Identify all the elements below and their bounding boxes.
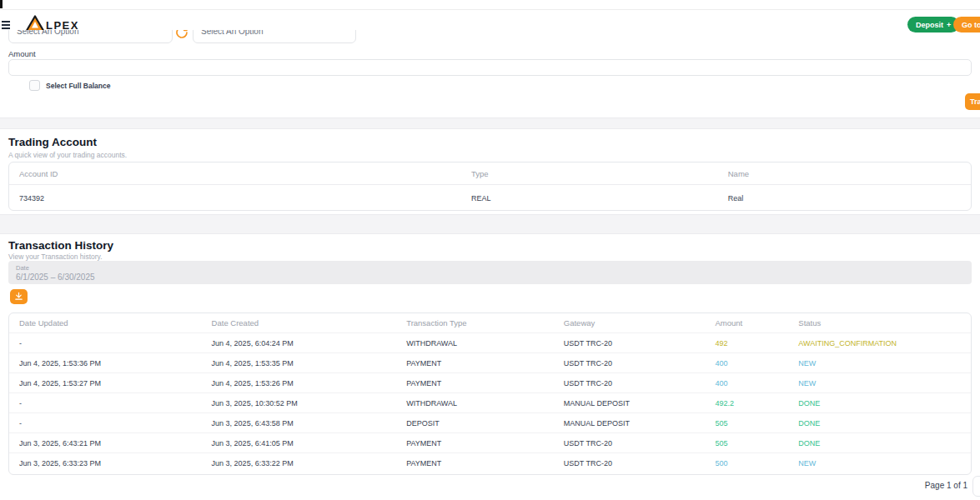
date-updated-cell: - xyxy=(9,419,202,428)
amount-cell: 492 xyxy=(706,339,789,348)
column-header: Amount xyxy=(706,318,789,328)
date-range-value: 6/1/2025 – 6/30/2025 xyxy=(16,272,962,282)
column-header: Gateway xyxy=(554,318,706,328)
date-updated-cell: Jun 3, 2025, 6:33:23 PM xyxy=(9,459,202,468)
from-account-select[interactable]: Select An Option xyxy=(8,30,173,43)
transaction-row: - Jun 4, 2025, 6:04:24 PM WITHDRAWAL USD… xyxy=(9,333,971,353)
transaction-history-title: Transaction History xyxy=(8,239,113,252)
transaction-row: Jun 4, 2025, 1:53:27 PM Jun 4, 2025, 1:5… xyxy=(9,373,971,393)
column-header: Date Updated xyxy=(9,318,202,328)
date-created-cell: Jun 3, 2025, 10:30:52 PM xyxy=(202,399,397,408)
transfer-button[interactable]: Transfer xyxy=(965,93,980,110)
trading-account-subtitle: A quick view of your trading accounts. xyxy=(8,151,127,159)
transaction-row: Jun 4, 2025, 1:53:36 PM Jun 4, 2025, 1:5… xyxy=(9,353,971,373)
date-updated-cell: Jun 3, 2025, 6:43:21 PM xyxy=(9,439,202,448)
column-header: Name xyxy=(718,169,971,178)
amount-cell: 400 xyxy=(706,379,789,388)
account-id-cell: 734392 xyxy=(9,194,461,202)
go-to-web-label: Go to Web xyxy=(962,21,980,29)
swap-icon[interactable] xyxy=(175,30,188,39)
date-created-cell: Jun 3, 2025, 6:33:22 PM xyxy=(202,459,397,468)
date-updated-cell: - xyxy=(9,339,202,348)
date-updated-cell: Jun 4, 2025, 1:53:27 PM xyxy=(9,379,202,388)
transaction-row: Jun 3, 2025, 6:33:23 PM Jun 3, 2025, 6:3… xyxy=(9,453,971,473)
plus-icon: + xyxy=(947,21,951,29)
column-header: Date Created xyxy=(202,318,397,328)
amount-label: Amount xyxy=(8,49,36,58)
type-cell: PAYMENT xyxy=(396,359,554,368)
pagination-label: Page 1 of 1 xyxy=(884,481,967,490)
download-button[interactable] xyxy=(10,289,28,304)
trading-account-row: 734392 REAL Real xyxy=(9,185,971,211)
amount-cell: 500 xyxy=(706,459,789,468)
date-range-field[interactable]: Date 6/1/2025 – 6/30/2025 xyxy=(8,261,972,284)
to-account-select[interactable]: Select An Option xyxy=(193,30,356,43)
full-balance-checkbox[interactable] xyxy=(29,80,40,91)
column-header: Account ID xyxy=(9,169,461,178)
account-name-cell: Real xyxy=(718,194,971,202)
trading-account-header-row: Account ID Type Name xyxy=(9,162,971,185)
transaction-table: Date Updated Date Created Transaction Ty… xyxy=(8,312,972,475)
gateway-cell: USDT TRC-20 xyxy=(554,459,706,468)
top-left-mark xyxy=(0,0,3,8)
amount-cell: 505 xyxy=(706,419,789,428)
status-cell: NEW xyxy=(788,379,971,388)
menu-icon[interactable] xyxy=(2,21,10,29)
transaction-row: - Jun 3, 2025, 6:43:58 PM DEPOSIT MANUAL… xyxy=(9,413,971,433)
amount-cell: 400 xyxy=(706,359,789,368)
account-type-cell: REAL xyxy=(461,194,718,202)
amount-input[interactable] xyxy=(8,59,972,76)
deposit-button-label: Deposit xyxy=(916,21,943,29)
section-divider xyxy=(0,118,980,129)
top-strip xyxy=(0,0,980,10)
status-cell: DONE xyxy=(788,399,971,408)
full-balance-label: Select Full Balance xyxy=(46,82,110,90)
amount-cell: 505 xyxy=(706,439,789,448)
type-cell: DEPOSIT xyxy=(396,419,554,428)
type-cell: PAYMENT xyxy=(396,459,554,468)
gateway-cell: MANUAL DEPOSIT xyxy=(554,399,706,408)
transaction-row: Jun 3, 2025, 6:43:21 PM Jun 3, 2025, 6:4… xyxy=(9,433,971,453)
status-cell: DONE xyxy=(788,439,971,448)
date-created-cell: Jun 4, 2025, 1:53:35 PM xyxy=(202,359,397,368)
date-created-cell: Jun 4, 2025, 6:04:24 PM xyxy=(202,339,397,348)
gateway-cell: MANUAL DEPOSIT xyxy=(554,419,706,428)
transaction-row: - Jun 3, 2025, 10:30:52 PM WITHDRAWAL MA… xyxy=(9,393,971,413)
column-header: Type xyxy=(461,169,718,178)
transaction-history-subtitle: View your Transaction history. xyxy=(8,252,103,261)
status-cell: AWAITING_CONFIRMATION xyxy=(788,339,971,348)
download-icon xyxy=(14,291,23,303)
date-updated-cell: Jun 4, 2025, 1:53:36 PM xyxy=(9,359,202,368)
date-created-cell: Jun 4, 2025, 1:53:26 PM xyxy=(202,379,397,388)
type-cell: WITHDRAWAL xyxy=(396,339,554,348)
gateway-cell: USDT TRC-20 xyxy=(554,359,706,368)
status-cell: NEW xyxy=(788,459,971,468)
trading-account-table: Account ID Type Name 734392 REAL Real xyxy=(8,162,972,211)
date-field-label: Date xyxy=(16,264,962,272)
gateway-cell: USDT TRC-20 xyxy=(554,379,706,388)
type-cell: PAYMENT xyxy=(396,439,554,448)
date-created-cell: Jun 3, 2025, 6:41:05 PM xyxy=(202,439,397,448)
section-divider xyxy=(0,214,980,234)
status-cell: NEW xyxy=(788,359,971,368)
column-header: Status xyxy=(788,318,971,328)
date-created-cell: Jun 3, 2025, 6:43:58 PM xyxy=(202,419,397,428)
gateway-cell: USDT TRC-20 xyxy=(554,439,706,448)
type-cell: WITHDRAWAL xyxy=(396,399,554,408)
transfer-selects-row: Select An Option Select An Option xyxy=(0,30,980,43)
transaction-header-row: Date Updated Date Created Transaction Ty… xyxy=(9,313,971,333)
column-header: Transaction Type xyxy=(396,318,554,328)
gateway-cell: USDT TRC-20 xyxy=(554,339,706,348)
date-updated-cell: - xyxy=(9,399,202,408)
pagination-next-button[interactable] xyxy=(972,476,980,497)
amount-cell: 492.2 xyxy=(706,399,789,408)
status-cell: DONE xyxy=(788,419,971,428)
trading-account-title: Trading Account xyxy=(8,136,97,148)
type-cell: PAYMENT xyxy=(396,379,554,388)
